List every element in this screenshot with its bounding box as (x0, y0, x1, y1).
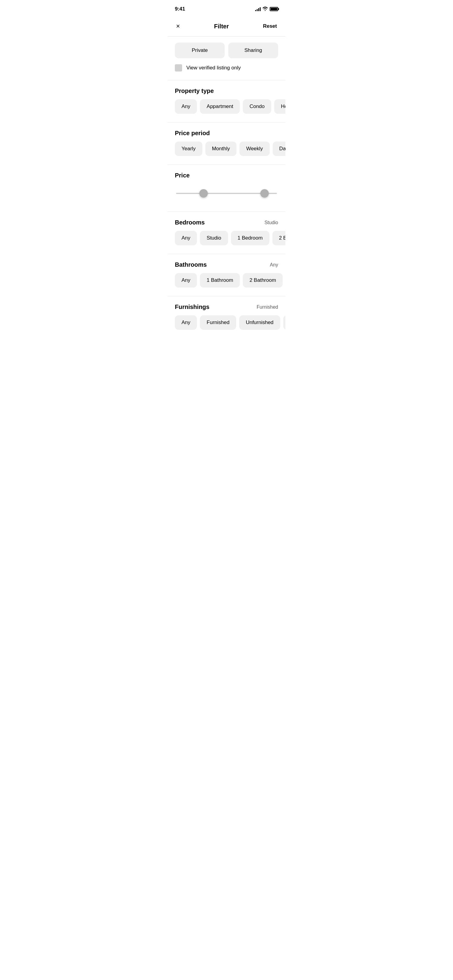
status-time: 9:41 (175, 6, 185, 12)
sharing-button[interactable]: Sharing (228, 43, 278, 58)
bathrooms-title: Bathrooms (175, 261, 207, 268)
bedroom-chip-any[interactable]: Any (175, 231, 197, 245)
signal-icon (255, 7, 261, 11)
divider-3 (167, 164, 286, 165)
furnishing-chip-any[interactable]: Any (175, 315, 197, 330)
status-bar: 9:41 (167, 0, 286, 16)
price-period-chips: Yearly Monthly Weekly Daily (167, 142, 286, 156)
property-chip-any[interactable]: Any (175, 99, 197, 114)
price-period-chip-row: Yearly Monthly Weekly Daily (175, 142, 286, 156)
furnishings-selected-value: Furnished (257, 304, 278, 310)
bedrooms-chips: Any Studio 1 Bedroom 2 Bedroom 3 Bedroom (167, 231, 286, 245)
bathroom-chip-2[interactable]: 2 Bathroom (243, 273, 283, 288)
furnishings-header: Furnishings Furnished (175, 304, 278, 310)
status-icons (255, 6, 278, 12)
listing-type-row: Private Sharing (175, 43, 278, 58)
property-type-title: Property type (175, 88, 278, 94)
bedrooms-selected-value: Studio (265, 220, 278, 225)
header: × Filter Reset (167, 16, 286, 37)
furnishings-chip-row: Any Furnished Unfurnished Partially Furn… (175, 315, 286, 330)
bathrooms-header: Bathrooms Any (175, 261, 278, 268)
divider-2 (167, 122, 286, 123)
bathrooms-chip-row: Any 1 Bathroom 2 Bathroom 3 Bathroom 4 B… (175, 273, 286, 288)
price-slider-range (201, 193, 267, 194)
furnishing-chip-furnished[interactable]: Furnished (200, 315, 236, 330)
property-chip-house[interactable]: House (274, 99, 286, 114)
price-title: Price (175, 172, 278, 179)
period-chip-daily[interactable]: Daily (273, 142, 286, 156)
period-chip-monthly[interactable]: Monthly (205, 142, 237, 156)
verified-label: View verified listing only (186, 65, 241, 71)
verified-row: View verified listing only (175, 64, 278, 72)
bedroom-chip-studio[interactable]: Studio (200, 231, 228, 245)
property-chip-condo[interactable]: Condo (243, 99, 271, 114)
bathrooms-chips: Any 1 Bathroom 2 Bathroom 3 Bathroom 4 B… (167, 273, 286, 288)
property-chip-appartment[interactable]: Appartment (200, 99, 240, 114)
price-section: Price (175, 172, 278, 203)
price-slider-track (176, 193, 277, 194)
close-button[interactable]: × (175, 21, 181, 31)
price-slider-min-thumb[interactable] (199, 189, 208, 197)
filter-content: Private Sharing View verified listing on… (167, 37, 286, 344)
divider-5 (167, 254, 286, 254)
period-chip-weekly[interactable]: Weekly (239, 142, 270, 156)
verified-checkbox[interactable] (175, 64, 182, 72)
property-type-chip-row: Any Appartment Condo House (175, 99, 286, 114)
price-period-title: Price period (175, 130, 278, 137)
period-chip-yearly[interactable]: Yearly (175, 142, 203, 156)
bedrooms-chip-row: Any Studio 1 Bedroom 2 Bedroom 3 Bedroom (175, 231, 286, 245)
page-title: Filter (214, 23, 229, 30)
furnishings-chips: Any Furnished Unfurnished Partially Furn… (167, 315, 286, 330)
private-button[interactable]: Private (175, 43, 225, 58)
divider-1 (167, 80, 286, 80)
wifi-icon (262, 6, 268, 12)
bathroom-chip-any[interactable]: Any (175, 273, 197, 288)
price-slider-container (175, 184, 278, 203)
bedroom-chip-1[interactable]: 1 Bedroom (231, 231, 270, 245)
furnishing-chip-partial[interactable]: Partially Furnished (283, 315, 286, 330)
price-slider-max-thumb[interactable] (260, 189, 269, 197)
furnishings-title: Furnishings (175, 304, 209, 310)
bathroom-chip-1[interactable]: 1 Bathroom (200, 273, 240, 288)
battery-icon (270, 7, 278, 11)
divider-4 (167, 212, 286, 212)
reset-button[interactable]: Reset (262, 22, 278, 30)
bedroom-chip-2[interactable]: 2 Bedroom (273, 231, 286, 245)
divider-6 (167, 296, 286, 296)
bedrooms-title: Bedrooms (175, 219, 205, 226)
bedrooms-header: Bedrooms Studio (175, 219, 278, 226)
property-type-chips: Any Appartment Condo House (167, 99, 286, 114)
bathrooms-selected-value: Any (270, 262, 278, 267)
furnishing-chip-unfurnished[interactable]: Unfurnished (239, 315, 280, 330)
